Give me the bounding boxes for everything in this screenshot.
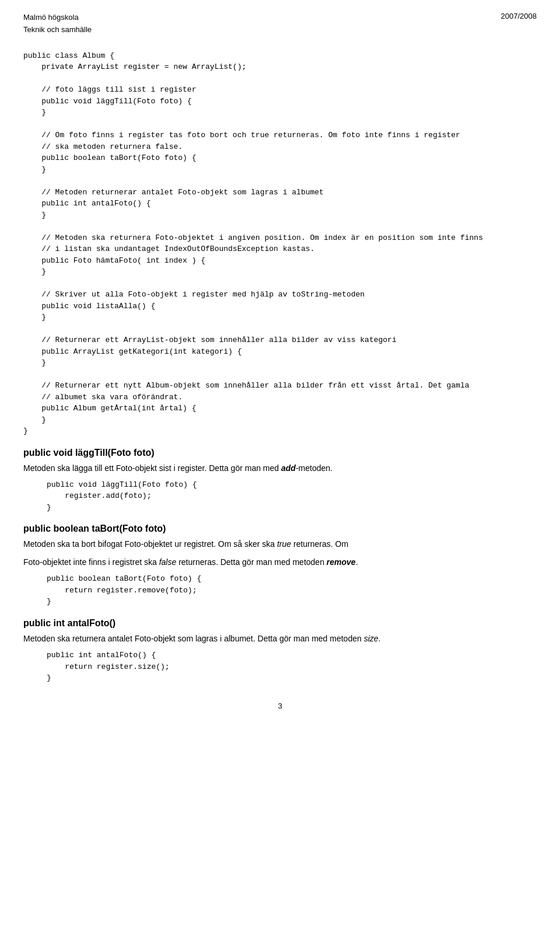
section1-heading: public void läggTill(Foto foto): [23, 448, 537, 458]
section3-description: Metoden ska returnera antalet Foto-objek…: [23, 632, 537, 645]
section2-description: Metoden ska ta bort bifogat Foto-objekte…: [23, 538, 537, 550]
section2-code: public boolean taBort(Foto foto) { retur…: [47, 573, 537, 608]
section2-heading: public boolean taBort(Foto foto): [23, 524, 537, 534]
header-year: 2007/2008: [501, 12, 537, 36]
school-name: Malmö högskola: [23, 12, 92, 24]
section1-description: Metoden ska lägga till ett Foto-objekt s…: [23, 462, 537, 474]
header-left: Malmö högskola Teknik och samhälle: [23, 12, 92, 36]
department-name: Teknik och samhälle: [23, 24, 92, 36]
page-number: 3: [23, 702, 537, 710]
section2-description2: Foto-objektet inte finns i registret ska…: [23, 556, 537, 568]
section3-code: public int antalFoto() { return register…: [47, 650, 537, 684]
main-code-block: public class Album { private ArrayList r…: [23, 50, 537, 437]
section1-code: public void läggTill(Foto foto) { regist…: [47, 479, 537, 514]
section3-heading: public int antalFoto(): [23, 618, 537, 629]
page-header: Malmö högskola Teknik och samhälle 2007/…: [23, 12, 537, 36]
